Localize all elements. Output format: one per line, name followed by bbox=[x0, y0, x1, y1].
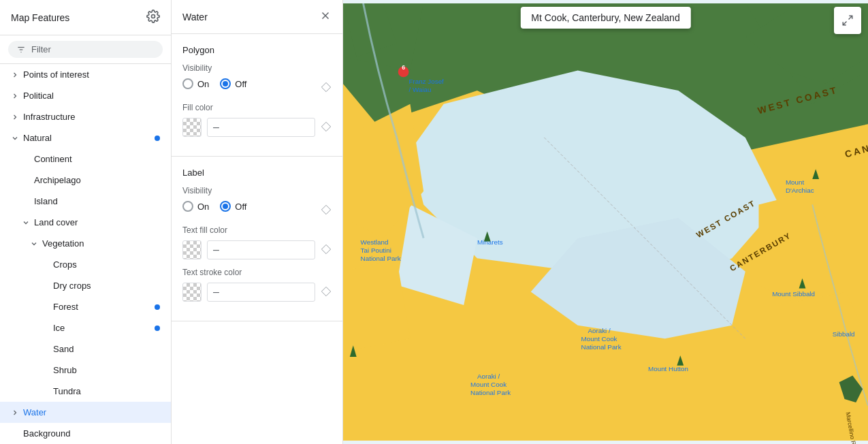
nav-item-label-water: Water bbox=[23, 407, 160, 417]
sidebar-item-island[interactable]: Island bbox=[0, 191, 171, 212]
svg-text:Mount Sibbald: Mount Sibbald bbox=[772, 290, 815, 298]
color-swatch-fill-color[interactable] bbox=[182, 118, 202, 137]
diamond-icon[interactable] bbox=[321, 244, 332, 257]
sidebar-item-vegetation[interactable]: Vegetation bbox=[0, 233, 171, 254]
sidebar-item-shrub[interactable]: Shrub bbox=[0, 360, 171, 381]
sidebar-header: Map Features bbox=[0, 0, 171, 35]
color-swatch-text-stroke-color[interactable] bbox=[182, 283, 202, 302]
nav-item-label-dry-crops: Dry crops bbox=[53, 281, 160, 291]
radio-label-off: Off bbox=[235, 202, 246, 212]
sidebar-item-points-of-interest[interactable]: Points of interest bbox=[0, 64, 171, 85]
svg-text:Aoraki /: Aoraki / bbox=[588, 327, 611, 334]
section-title-label: Label bbox=[182, 168, 332, 178]
sidebar: Map Features Filter Points of interestPo… bbox=[0, 0, 172, 444]
sidebar-item-forest[interactable]: Forest bbox=[0, 296, 171, 317]
expand-icon bbox=[841, 14, 854, 27]
nav-list: Points of interestPoliticalInfrastructur… bbox=[0, 64, 171, 444]
nav-item-label-points-of-interest: Points of interest bbox=[23, 69, 160, 80]
svg-text:Minarets: Minarets bbox=[477, 238, 503, 246]
chevron-icon bbox=[11, 92, 19, 100]
sidebar-item-infrastructure[interactable]: Infrastructure bbox=[0, 106, 171, 127]
sidebar-item-political[interactable]: Political bbox=[0, 85, 171, 106]
svg-line-55 bbox=[849, 16, 852, 19]
radio-label-on: On bbox=[197, 79, 209, 89]
radio-option-off[interactable]: Off bbox=[220, 78, 246, 89]
color-row-text-stroke-color: – bbox=[182, 283, 332, 302]
diamond-icon[interactable] bbox=[321, 204, 332, 217]
color-value-text-stroke-color[interactable]: – bbox=[207, 283, 315, 302]
sidebar-item-crops[interactable]: Crops bbox=[0, 254, 171, 275]
sidebar-item-continent[interactable]: Continent bbox=[0, 148, 171, 170]
sidebar-item-tundra[interactable]: Tundra bbox=[0, 381, 171, 402]
svg-rect-22 bbox=[343, 372, 868, 441]
sidebar-item-land-cover[interactable]: Land cover bbox=[0, 212, 171, 233]
svg-text:Mount Cook: Mount Cook bbox=[470, 381, 507, 388]
search-text: Mt Cook, Canterbury, New Zealand bbox=[520, 7, 690, 29]
nav-item-label-natural: Natural bbox=[23, 133, 160, 143]
radio-option-off[interactable]: Off bbox=[220, 201, 246, 212]
nav-item-dot bbox=[155, 326, 160, 331]
svg-marker-7 bbox=[321, 122, 330, 131]
radio-options-visibility: OnOff bbox=[182, 78, 246, 89]
filter-input[interactable]: Filter bbox=[8, 41, 163, 58]
radio-group-visibility: OnOff bbox=[182, 78, 332, 97]
sidebar-item-water[interactable]: Water bbox=[0, 402, 171, 423]
svg-marker-6 bbox=[321, 82, 330, 91]
filter-label: Filter bbox=[31, 44, 51, 54]
svg-text:Mount: Mount bbox=[786, 178, 805, 186]
svg-text:Westland: Westland bbox=[361, 238, 389, 246]
radio-option-on[interactable]: On bbox=[182, 78, 209, 89]
color-value-text-fill-color[interactable]: – bbox=[207, 240, 315, 259]
chevron-icon bbox=[11, 71, 19, 79]
chevron-icon bbox=[30, 240, 38, 248]
svg-marker-9 bbox=[321, 244, 330, 253]
filter-icon bbox=[16, 45, 26, 54]
nav-item-label-crops: Crops bbox=[53, 259, 160, 270]
chevron-icon bbox=[11, 409, 19, 417]
field-label-label-visibility: Visibility bbox=[182, 186, 332, 195]
radio-circle bbox=[182, 78, 193, 89]
svg-text:/ Waiau: / Waiau bbox=[408, 86, 431, 93]
close-icon[interactable] bbox=[319, 10, 332, 24]
svg-point-0 bbox=[152, 15, 155, 18]
svg-text:D'Archiac: D'Archiac bbox=[786, 187, 814, 194]
nav-item-label-ice: Ice bbox=[53, 323, 160, 333]
svg-text:6: 6 bbox=[402, 64, 405, 71]
color-value-fill-color[interactable]: – bbox=[207, 118, 315, 137]
svg-marker-10 bbox=[321, 287, 330, 296]
section-label: LabelVisibilityOnOffText fill color–Text… bbox=[172, 157, 342, 321]
section-polygon: PolygonVisibilityOnOffFill color– bbox=[172, 34, 342, 157]
map-expand-button[interactable] bbox=[834, 7, 861, 34]
properties-panel: Water PolygonVisibilityOnOffFill color–L… bbox=[172, 0, 343, 444]
gear-icon[interactable] bbox=[146, 10, 160, 25]
sidebar-item-archipelago[interactable]: Archipelago bbox=[0, 170, 171, 191]
nav-item-label-shrub: Shrub bbox=[53, 365, 160, 375]
map-search-box[interactable]: Mt Cook, Canterbury, New Zealand bbox=[520, 7, 690, 29]
field-label-text-stroke-color: Text stroke color bbox=[182, 268, 332, 277]
sidebar-item-natural[interactable]: Natural bbox=[0, 127, 171, 148]
sidebar-item-ice[interactable]: Ice bbox=[0, 317, 171, 338]
sidebar-item-dry-crops[interactable]: Dry crops bbox=[0, 275, 171, 296]
svg-text:Sibbald: Sibbald bbox=[833, 330, 855, 338]
chevron-icon bbox=[11, 113, 19, 121]
sidebar-item-sand[interactable]: Sand bbox=[0, 338, 171, 360]
nav-item-label-background: Background bbox=[23, 428, 160, 439]
nav-item-label-island: Island bbox=[34, 196, 160, 206]
diamond-icon[interactable] bbox=[321, 82, 332, 95]
diamond-icon[interactable] bbox=[321, 121, 332, 134]
field-label-text-fill-color: Text fill color bbox=[182, 225, 332, 235]
nav-item-label-political: Political bbox=[23, 91, 160, 101]
nav-item-label-archipelago: Archipelago bbox=[34, 175, 160, 185]
diamond-icon[interactable] bbox=[321, 286, 332, 299]
nav-item-label-land-cover: Land cover bbox=[34, 217, 160, 227]
sidebar-item-background[interactable]: Background bbox=[0, 423, 171, 444]
svg-text:National Park: National Park bbox=[470, 389, 511, 396]
radio-option-on[interactable]: On bbox=[182, 201, 209, 212]
radio-circle bbox=[220, 78, 231, 89]
color-swatch-text-fill-color[interactable] bbox=[182, 240, 202, 259]
field-label-fill-color: Fill color bbox=[182, 103, 332, 112]
nav-item-dot bbox=[155, 304, 160, 310]
map-area: WEST COAST CANTERBURY WEST COAST CANTERB… bbox=[343, 0, 868, 444]
svg-text:National Park: National Park bbox=[581, 343, 622, 351]
svg-text:National Park: National Park bbox=[361, 255, 401, 262]
